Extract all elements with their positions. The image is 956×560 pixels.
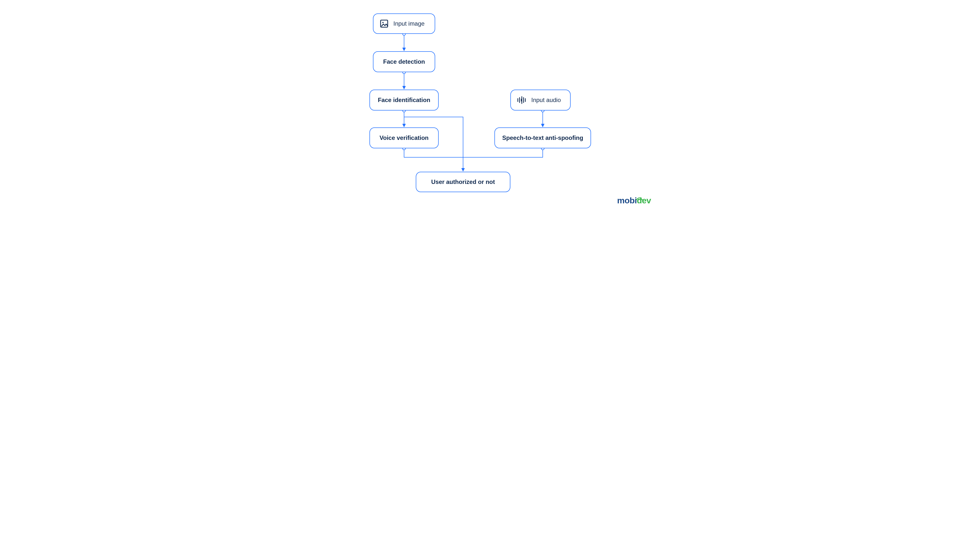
node-input-audio: Input audio <box>510 89 571 110</box>
node-label: User authorized or not <box>431 179 495 185</box>
node-result: User authorized or not <box>416 172 510 192</box>
image-icon <box>379 19 389 28</box>
node-label: Face detection <box>383 58 425 65</box>
mobidev-logo: mobidev <box>617 196 651 205</box>
node-label: Voice verification <box>380 134 429 141</box>
svg-point-12 <box>382 22 384 23</box>
node-label: Input audio <box>531 97 561 104</box>
logo-text-mobi: mobi <box>617 196 637 205</box>
audio-wave-icon <box>517 96 527 104</box>
node-voice-verification: Voice verification <box>370 127 439 148</box>
node-label: Speech-to-text anti-spoofing <box>502 134 583 141</box>
node-face-identification: Face identification <box>370 89 439 110</box>
node-anti-spoofing: Speech-to-text anti-spoofing <box>494 127 591 148</box>
diagram-canvas: Input image Face detection Face identifi… <box>299 0 657 209</box>
node-input-image: Input image <box>373 13 435 34</box>
node-label: Input image <box>393 20 425 27</box>
node-label: Face identification <box>378 97 431 104</box>
node-face-detection: Face detection <box>373 51 435 72</box>
wifi-icon <box>636 194 643 203</box>
